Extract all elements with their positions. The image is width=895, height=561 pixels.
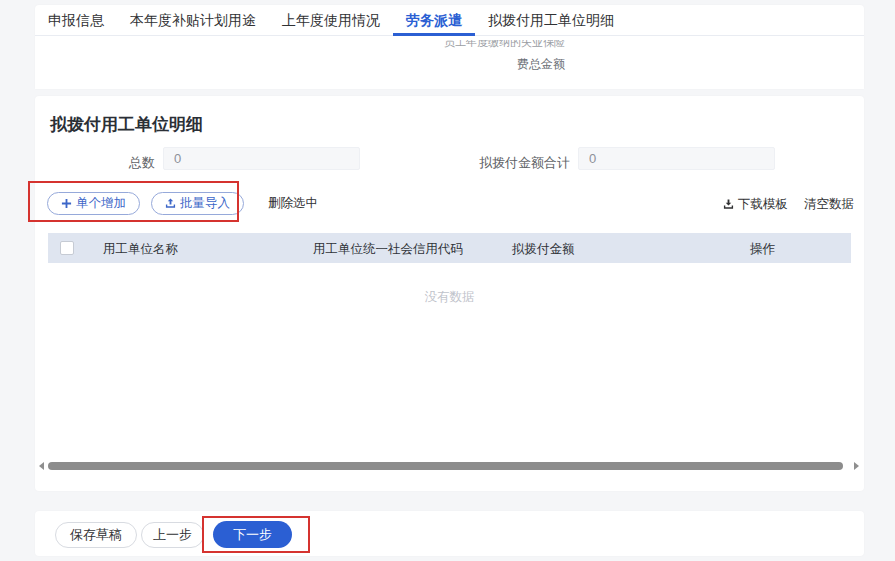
- table-header: 用工单位名称 用工单位统一社会信用代码 拟拨付金额 操作: [48, 233, 851, 263]
- plus-icon: [61, 198, 72, 209]
- add-single-button[interactable]: 单个增加: [47, 192, 140, 215]
- tab-subsidy-plan[interactable]: 本年度补贴计划用途: [117, 5, 269, 35]
- tab-declare-info[interactable]: 申报信息: [35, 5, 117, 35]
- previous-step-button[interactable]: 上一步: [141, 522, 204, 548]
- delete-selected-button[interactable]: 删除选中: [268, 195, 318, 212]
- tab-card: 申报信息 本年度补贴计划用途 上年度使用情况 劳务派遣 拟拨付用工单位明细 员工…: [35, 5, 864, 89]
- total-amount-label: 拟拨付金额合计: [350, 154, 570, 172]
- toolbar-left: 单个增加 批量导入 删除选中: [47, 192, 318, 215]
- column-header-actions: 操作: [750, 241, 775, 258]
- next-step-button[interactable]: 下一步: [213, 521, 292, 548]
- save-draft-button[interactable]: 保存草稿: [55, 522, 137, 548]
- tab-bar: 申报信息 本年度补贴计划用途 上年度使用情况 劳务派遣 拟拨付用工单位明细: [35, 5, 864, 36]
- footer-action-bar: 保存草稿 上一步 下一步: [35, 511, 864, 556]
- scroll-right-arrow-icon[interactable]: [854, 462, 859, 470]
- horizontal-scrollbar-thumb[interactable]: [48, 462, 843, 470]
- batch-import-label: 批量导入: [180, 195, 230, 212]
- download-template-label: 下载模板: [738, 196, 788, 213]
- table-empty-state: 没有数据: [48, 289, 851, 306]
- column-header-unit-name: 用工单位名称: [103, 241, 178, 258]
- batch-import-button[interactable]: 批量导入: [151, 192, 244, 215]
- total-count-input[interactable]: [163, 147, 360, 170]
- toolbar-right: 下载模板 清空数据: [723, 196, 854, 213]
- upload-icon: [165, 198, 176, 209]
- total-amount-input[interactable]: [578, 147, 775, 170]
- section-title: 拟拨付用工单位明细: [50, 113, 203, 136]
- download-template-button[interactable]: 下载模板: [723, 196, 788, 213]
- total-count-label: 总数: [35, 154, 155, 172]
- tab-labor-dispatch[interactable]: 劳务派遣: [393, 5, 475, 35]
- clear-data-button[interactable]: 清空数据: [804, 196, 854, 213]
- scroll-left-arrow-icon[interactable]: [39, 462, 44, 470]
- column-header-amount: 拟拨付金额: [512, 241, 575, 258]
- tab-last-year-usage[interactable]: 上年度使用情况: [269, 5, 393, 35]
- payment-detail-section: 拟拨付用工单位明细 总数 拟拨付金额合计 单个增加 批量导入 删除选中 下载模板…: [35, 96, 864, 491]
- download-icon: [723, 199, 734, 210]
- clipped-previous-form-label: 员工年度缴纳的失业保险 费总金额: [444, 36, 565, 73]
- clipped-label-line1: 员工年度缴纳的失业保险: [444, 36, 565, 49]
- select-all-checkbox[interactable]: [60, 241, 74, 255]
- add-single-label: 单个增加: [76, 195, 126, 212]
- clipped-label-line2: 费总金额: [444, 56, 565, 73]
- column-header-credit-code: 用工单位统一社会信用代码: [313, 241, 463, 258]
- tab-payment-detail[interactable]: 拟拨付用工单位明细: [475, 5, 627, 35]
